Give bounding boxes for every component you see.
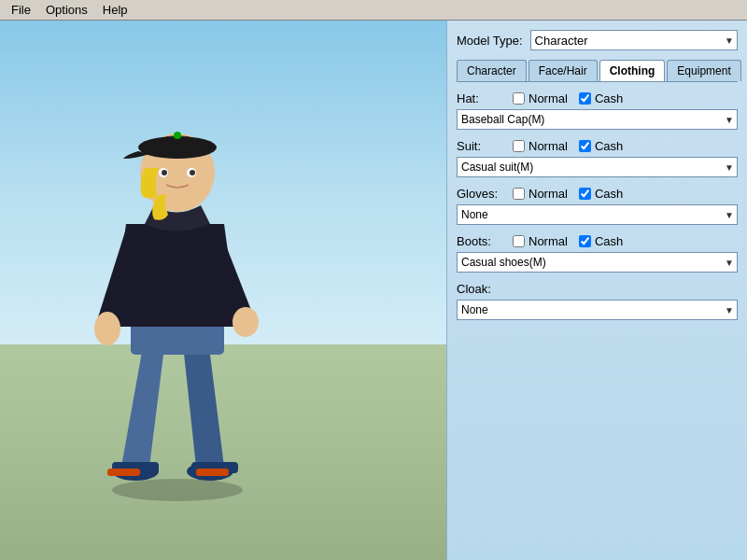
hat-normal-checkbox[interactable] [513, 92, 525, 105]
cloak-field-row: Cloak: [457, 282, 738, 296]
cloak-dropdown-wrapper: None Short Cloak Long Cloak [457, 300, 738, 320]
suit-cash-group: Cash [579, 139, 623, 153]
character-model [56, 75, 299, 504]
svg-point-11 [233, 307, 259, 337]
model-type-label: Model Type: [457, 34, 523, 48]
gloves-field-row: Gloves: Normal Cash [457, 187, 738, 201]
suit-field-row: Suit: Normal Cash [457, 139, 738, 153]
hat-select[interactable]: Baseball Cap(M) None Baseball Cap(F) [457, 109, 738, 130]
svg-point-0 [112, 479, 243, 501]
suit-dropdown-wrapper: Casual suit(M) None Casual suit(F) [457, 157, 738, 177]
boots-dropdown-row: Casual shoes(M) None Casual shoes(F) [457, 252, 738, 273]
gloves-normal-group: Normal [513, 187, 568, 201]
main-layout: Model Type: Character Monster NPC Charac… [0, 21, 747, 560]
gloves-cash-label: Cash [595, 187, 623, 201]
suit-normal-checkbox[interactable] [513, 140, 525, 152]
viewport [0, 21, 446, 560]
menu-options[interactable]: Options [38, 1, 95, 19]
svg-point-19 [190, 170, 195, 175]
gloves-cash-group: Cash [579, 187, 623, 201]
gloves-select[interactable]: None Leather Gloves Winter Gloves [457, 204, 738, 225]
boots-cash-label: Cash [595, 234, 623, 248]
menubar: File Options Help [0, 0, 747, 21]
gloves-dropdown-row: None Leather Gloves Winter Gloves [457, 204, 738, 225]
gloves-normal-label: Normal [529, 187, 568, 201]
boots-normal-label: Normal [529, 234, 568, 248]
gloves-normal-checkbox[interactable] [513, 188, 525, 200]
hat-cash-checkbox[interactable] [579, 92, 591, 105]
gloves-cash-checkbox[interactable] [579, 188, 591, 200]
cloak-dropdown-row: None Short Cloak Long Cloak [457, 300, 738, 320]
suit-dropdown-row: Casual suit(M) None Casual suit(F) [457, 157, 738, 177]
model-type-select[interactable]: Character Monster NPC [530, 30, 738, 50]
hat-dropdown-row: Baseball Cap(M) None Baseball Cap(F) [457, 109, 738, 130]
suit-label: Suit: [457, 139, 513, 153]
suit-cash-label: Cash [595, 139, 623, 153]
tab-bar: Character Face/Hair Clothing Equipment [457, 60, 738, 82]
boots-cash-checkbox[interactable] [579, 235, 591, 247]
svg-rect-6 [107, 469, 140, 476]
hat-normal-label: Normal [529, 91, 568, 105]
menu-help[interactable]: Help [95, 1, 135, 19]
tab-equipment[interactable]: Equipment [667, 60, 740, 81]
svg-point-15 [174, 132, 181, 139]
gloves-label: Gloves: [457, 187, 513, 201]
boots-normal-group: Normal [513, 234, 568, 248]
model-type-wrapper: Character Monster NPC [530, 30, 738, 50]
suit-cash-checkbox[interactable] [579, 140, 591, 152]
tab-clothing[interactable]: Clothing [599, 60, 666, 81]
right-panel: Model Type: Character Monster NPC Charac… [446, 21, 747, 560]
hat-field-row: Hat: Normal Cash [457, 91, 738, 105]
hat-label: Hat: [457, 91, 513, 105]
boots-normal-checkbox[interactable] [513, 235, 525, 247]
hat-normal-group: Normal [513, 91, 568, 105]
suit-select[interactable]: Casual suit(M) None Casual suit(F) [457, 157, 738, 177]
boots-field-row: Boots: Normal Cash [457, 234, 738, 248]
tab-character[interactable]: Character [457, 60, 527, 81]
suit-normal-label: Normal [529, 139, 568, 153]
boots-cash-group: Cash [579, 234, 623, 248]
cloak-select[interactable]: None Short Cloak Long Cloak [457, 300, 738, 320]
menu-file[interactable]: File [4, 1, 38, 19]
svg-rect-9 [196, 469, 229, 476]
svg-point-17 [162, 170, 167, 175]
gloves-dropdown-wrapper: None Leather Gloves Winter Gloves [457, 204, 738, 225]
hat-dropdown-wrapper: Baseball Cap(M) None Baseball Cap(F) [457, 109, 738, 130]
cloak-label: Cloak: [457, 282, 513, 296]
suit-normal-group: Normal [513, 139, 568, 153]
model-type-row: Model Type: Character Monster NPC [457, 30, 738, 50]
boots-label: Boots: [457, 234, 513, 248]
hat-cash-group: Cash [579, 91, 623, 105]
tab-facehair[interactable]: Face/Hair [529, 60, 598, 81]
boots-select[interactable]: Casual shoes(M) None Casual shoes(F) [457, 252, 738, 273]
hat-cash-label: Cash [595, 91, 623, 105]
svg-point-10 [94, 312, 120, 345]
boots-dropdown-wrapper: Casual shoes(M) None Casual shoes(F) [457, 252, 738, 273]
svg-point-14 [138, 136, 217, 159]
